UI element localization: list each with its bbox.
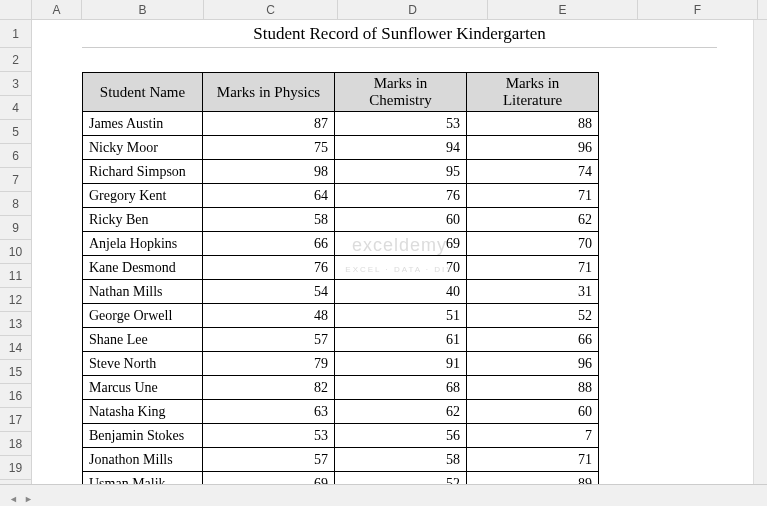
cell-name[interactable]: Ricky Ben	[83, 208, 203, 232]
cell-name[interactable]: Jonathon Mills	[83, 448, 203, 472]
cell-name[interactable]: Marcus Une	[83, 376, 203, 400]
cell-physics[interactable]: 79	[203, 352, 335, 376]
cell-literature[interactable]: 66	[467, 328, 599, 352]
cell-name[interactable]: Shane Lee	[83, 328, 203, 352]
cell-name[interactable]: Steve North	[83, 352, 203, 376]
cell-chemistry[interactable]: 62	[335, 400, 467, 424]
row-header-5[interactable]: 5	[0, 120, 31, 144]
row-header-16[interactable]: 16	[0, 384, 31, 408]
cell-chemistry[interactable]: 40	[335, 280, 467, 304]
row-header-11[interactable]: 11	[0, 264, 31, 288]
cell-physics[interactable]: 66	[203, 232, 335, 256]
row-header-3[interactable]: 3	[0, 72, 31, 96]
vertical-scrollbar[interactable]	[753, 20, 767, 484]
cell-chemistry[interactable]: 51	[335, 304, 467, 328]
cell-physics[interactable]: 69	[203, 472, 335, 485]
cell-physics[interactable]: 87	[203, 112, 335, 136]
cell-chemistry[interactable]: 52	[335, 472, 467, 485]
cell-literature[interactable]: 62	[467, 208, 599, 232]
col-header-e[interactable]: E	[488, 0, 638, 19]
cell-physics[interactable]: 57	[203, 328, 335, 352]
row-header-8[interactable]: 8	[0, 192, 31, 216]
cell-chemistry[interactable]: 58	[335, 448, 467, 472]
cell-physics[interactable]: 82	[203, 376, 335, 400]
cell-chemistry[interactable]: 94	[335, 136, 467, 160]
row-header-1[interactable]: 1	[0, 20, 31, 48]
cell-name[interactable]: Usman Malik	[83, 472, 203, 485]
sheet-nav-prev-icon[interactable]: ◄	[6, 494, 21, 504]
header-name[interactable]: Student Name	[83, 73, 203, 112]
cell-chemistry[interactable]: 91	[335, 352, 467, 376]
row-header-15[interactable]: 15	[0, 360, 31, 384]
cell-physics[interactable]: 54	[203, 280, 335, 304]
cell-physics[interactable]: 76	[203, 256, 335, 280]
cell-literature[interactable]: 71	[467, 256, 599, 280]
cell-physics[interactable]: 75	[203, 136, 335, 160]
cell-chemistry[interactable]: 70	[335, 256, 467, 280]
cell-name[interactable]: George Orwell	[83, 304, 203, 328]
cell-physics[interactable]: 48	[203, 304, 335, 328]
sheet-tabs: ◄ ►	[0, 484, 767, 506]
cell-name[interactable]: James Austin	[83, 112, 203, 136]
cell-physics[interactable]: 63	[203, 400, 335, 424]
cell-literature[interactable]: 89	[467, 472, 599, 485]
cell-physics[interactable]: 64	[203, 184, 335, 208]
cell-chemistry[interactable]: 56	[335, 424, 467, 448]
row-header-13[interactable]: 13	[0, 312, 31, 336]
cell-literature[interactable]: 71	[467, 184, 599, 208]
cell-chemistry[interactable]: 76	[335, 184, 467, 208]
cell-literature[interactable]: 71	[467, 448, 599, 472]
row-header-7[interactable]: 7	[0, 168, 31, 192]
cell-literature[interactable]: 88	[467, 112, 599, 136]
cell-physics[interactable]: 98	[203, 160, 335, 184]
cell-name[interactable]: Gregory Kent	[83, 184, 203, 208]
cell-name[interactable]: Nathan Mills	[83, 280, 203, 304]
header-physics[interactable]: Marks in Physics	[203, 73, 335, 112]
cell-name[interactable]: Richard Simpson	[83, 160, 203, 184]
row-header-18[interactable]: 18	[0, 432, 31, 456]
col-header-c[interactable]: C	[204, 0, 338, 19]
row-header-4[interactable]: 4	[0, 96, 31, 120]
cell-name[interactable]: Anjela Hopkins	[83, 232, 203, 256]
cell-literature[interactable]: 7	[467, 424, 599, 448]
row-header-19[interactable]: 19	[0, 456, 31, 480]
col-header-f[interactable]: F	[638, 0, 758, 19]
sheet-nav-next-icon[interactable]: ►	[21, 494, 36, 504]
cell-chemistry[interactable]: 53	[335, 112, 467, 136]
cell-literature[interactable]: 96	[467, 352, 599, 376]
cell-chemistry[interactable]: 95	[335, 160, 467, 184]
col-header-d[interactable]: D	[338, 0, 488, 19]
row-header-14[interactable]: 14	[0, 336, 31, 360]
header-chemistry[interactable]: Marks in Chemistry	[335, 73, 467, 112]
cell-literature[interactable]: 74	[467, 160, 599, 184]
table-row: Gregory Kent647671	[83, 184, 599, 208]
row-header-12[interactable]: 12	[0, 288, 31, 312]
row-header-2[interactable]: 2	[0, 48, 31, 72]
cell-physics[interactable]: 53	[203, 424, 335, 448]
row-header-6[interactable]: 6	[0, 144, 31, 168]
cell-chemistry[interactable]: 61	[335, 328, 467, 352]
row-header-10[interactable]: 10	[0, 240, 31, 264]
cell-name[interactable]: Nicky Moor	[83, 136, 203, 160]
cell-literature[interactable]: 52	[467, 304, 599, 328]
row-header-9[interactable]: 9	[0, 216, 31, 240]
cell-physics[interactable]: 58	[203, 208, 335, 232]
cell-name[interactable]: Natasha King	[83, 400, 203, 424]
cell-physics[interactable]: 57	[203, 448, 335, 472]
cell-chemistry[interactable]: 68	[335, 376, 467, 400]
header-literature[interactable]: Marks in Literature	[467, 73, 599, 112]
cell-literature[interactable]: 96	[467, 136, 599, 160]
select-all-corner[interactable]	[0, 0, 32, 20]
col-header-a[interactable]: A	[32, 0, 82, 19]
cell-literature[interactable]: 88	[467, 376, 599, 400]
row-header-17[interactable]: 17	[0, 408, 31, 432]
cell-literature[interactable]: 60	[467, 400, 599, 424]
cell-literature[interactable]: 31	[467, 280, 599, 304]
cell-name[interactable]: Benjamin Stokes	[83, 424, 203, 448]
cell-literature[interactable]: 70	[467, 232, 599, 256]
cells-area[interactable]: Student Record of Sunflower Kindergarten…	[32, 20, 767, 484]
cell-name[interactable]: Kane Desmond	[83, 256, 203, 280]
col-header-b[interactable]: B	[82, 0, 204, 19]
cell-chemistry[interactable]: 69	[335, 232, 467, 256]
cell-chemistry[interactable]: 60	[335, 208, 467, 232]
